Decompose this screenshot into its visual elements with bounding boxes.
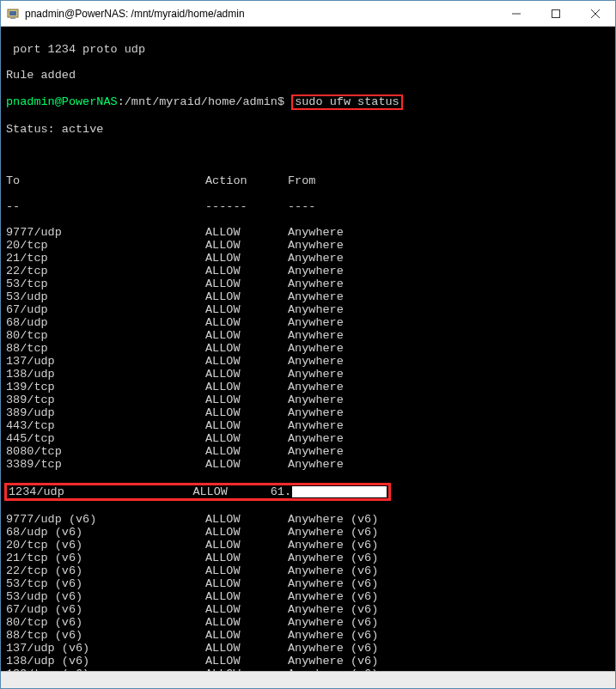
rule-action: ALLOW [205,277,288,290]
rule-action: ALLOW [205,526,288,539]
minimize-button[interactable] [497,1,536,26]
blank-line [6,149,610,162]
rule-action: ALLOW [205,393,288,406]
rules-v6-list: 9777/udp (v6)ALLOWAnywhere (v6)68/udp (v… [6,513,610,671]
table-row: 88/tcp (v6)ALLOWAnywhere (v6) [6,629,610,642]
rule-action: ALLOW [205,577,288,590]
rule-action: ALLOW [205,445,288,458]
status-line: Status: active [6,123,610,136]
rule-to: 389/tcp [6,393,205,406]
window-controls [497,1,615,26]
highlighted-command: sudo ufw status [291,95,403,110]
rule-to: 138/udp (v6) [6,655,205,668]
rule-to: 9777/udp [6,226,205,239]
rule-to: 9777/udp (v6) [6,513,205,526]
table-row: 8080/tcpALLOWAnywhere [6,445,610,458]
output-line: Rule added [6,69,610,82]
rule-action: ALLOW [205,406,288,419]
rule-from: Anywhere (v6) [288,590,610,603]
rule-to: 138/udp [6,368,205,381]
table-row: 67/udpALLOWAnywhere [6,303,610,316]
rule-to: 3389/tcp [6,458,205,471]
table-header: ToActionFrom [6,174,610,187]
rule-from: Anywhere [288,393,610,406]
terminal-area[interactable]: port 1234 proto udp Rule added pnadmin@P… [1,27,615,671]
table-row: 443/tcpALLOWAnywhere [6,419,610,432]
rule-from: Anywhere (v6) [288,539,610,552]
rule-from: Anywhere (v6) [288,642,610,655]
rule-action: ALLOW [205,603,288,616]
rule-action: ALLOW [205,513,288,526]
rule-from: Anywhere (v6) [288,526,610,539]
table-row: 20/tcpALLOWAnywhere [6,239,610,252]
table-row: 389/udpALLOWAnywhere [6,406,610,419]
rule-to: 137/udp [6,355,205,368]
table-row: 21/tcp (v6)ALLOWAnywhere (v6) [6,552,610,564]
table-row: 68/udpALLOWAnywhere [6,316,610,329]
rule-action: ALLOW [205,316,288,329]
table-row: 67/udp (v6)ALLOWAnywhere (v6) [6,603,610,616]
table-dashes: ------------ [6,200,610,213]
header-to: To [6,174,205,187]
rule-to: 67/udp [6,303,205,316]
rule-from: Anywhere [288,458,610,471]
rule-from: Anywhere (v6) [288,629,610,642]
from-prefix: 61. [271,485,291,498]
rule-action: ALLOW [205,329,288,342]
prompt-path: :/mnt/myraid/home/admin$ [118,95,284,108]
rule-from: Anywhere [288,265,610,277]
rule-action: ALLOW [205,381,288,393]
titlebar[interactable]: pnadmin@PowerNAS: /mnt/myraid/home/admin [1,1,615,27]
rule-from: Anywhere [288,355,610,368]
rule-to: 22/tcp [6,265,205,277]
rule-from: Anywhere [288,419,610,432]
table-row: 22/tcpALLOWAnywhere [6,265,610,277]
output-line: port 1234 proto udp [6,43,610,56]
rule-from: Anywhere (v6) [288,603,610,616]
rule-to: 80/tcp (v6) [6,616,205,629]
rule-to: 8080/tcp [6,445,205,458]
table-row: 22/tcp (v6)ALLOWAnywhere (v6) [6,564,610,577]
dash-from: ---- [288,200,610,213]
rule-to: 53/udp (v6) [6,590,205,603]
prompt-user: pnadmin@PowerNAS [6,95,118,108]
rule-from: 61. [271,485,387,498]
rule-action: ALLOW [205,564,288,577]
rule-action: ALLOW [205,355,288,368]
rule-from: Anywhere [288,381,610,393]
rule-from: Anywhere (v6) [288,552,610,564]
rule-to: 68/udp (v6) [6,526,205,539]
rule-to: 21/tcp [6,252,205,265]
status-bar [1,671,615,688]
rule-action: ALLOW [205,239,288,252]
rule-from: Anywhere (v6) [288,616,610,629]
rule-from: Anywhere [288,303,610,316]
rule-from: Anywhere [288,290,610,303]
table-row: 137/udpALLOWAnywhere [6,355,610,368]
table-row: 445/tcpALLOWAnywhere [6,432,610,445]
svg-rect-4 [552,9,560,17]
rule-action: ALLOW [205,655,288,668]
rule-to: 20/tcp [6,239,205,252]
rule-from: Anywhere (v6) [288,564,610,577]
rule-action: ALLOW [205,342,288,355]
rule-action: ALLOW [205,290,288,303]
close-button[interactable] [576,1,615,26]
rule-to: 137/udp (v6) [6,642,205,655]
rule-from: Anywhere [288,432,610,445]
rule-action: ALLOW [205,552,288,564]
table-row: 138/udp (v6)ALLOWAnywhere (v6) [6,655,610,668]
rule-to: 445/tcp [6,432,205,445]
header-action: Action [205,174,288,187]
dash-to: -- [6,200,205,213]
maximize-button[interactable] [536,1,576,26]
table-row: 139/tcp (v6)ALLOWAnywhere (v6) [6,668,610,671]
rule-from: Anywhere [288,277,610,290]
rule-action: ALLOW [192,485,270,498]
window-title: pnadmin@PowerNAS: /mnt/myraid/home/admin [25,8,497,20]
rule-to: 88/tcp (v6) [6,629,205,642]
rule-action: ALLOW [205,616,288,629]
rule-from: Anywhere [288,316,610,329]
table-row: 138/udpALLOWAnywhere [6,368,610,381]
table-row: 139/tcpALLOWAnywhere [6,381,610,393]
